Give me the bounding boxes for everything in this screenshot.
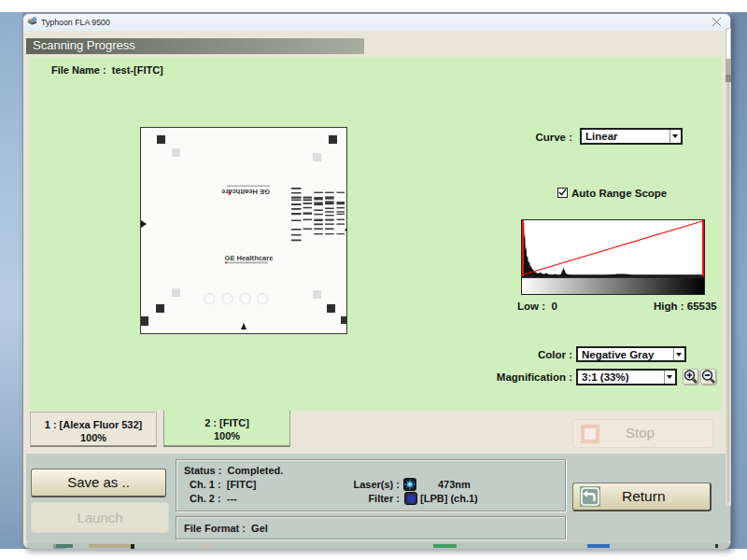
- svg-text:GE Healthcare: GE Healthcare: [225, 254, 274, 262]
